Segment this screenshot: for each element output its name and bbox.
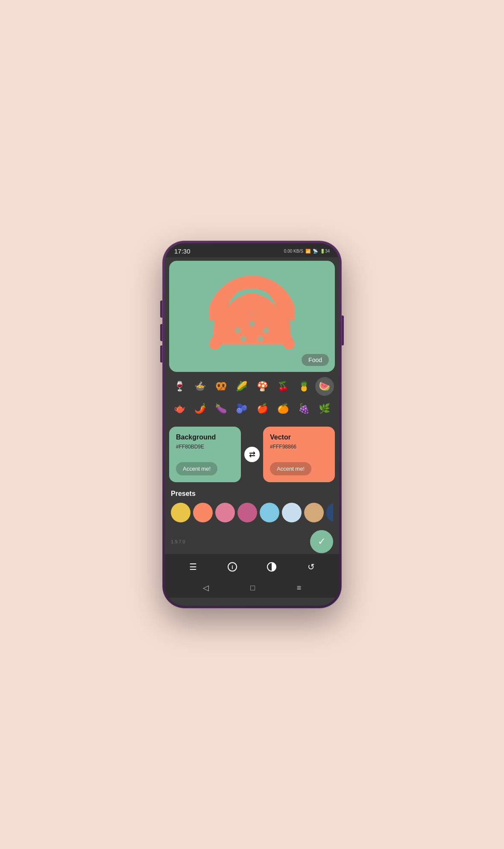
undo-button[interactable]: ↺: [302, 558, 319, 575]
vector-accent-button[interactable]: Accent me!: [270, 462, 311, 475]
presets-section: Presets: [165, 486, 339, 528]
svg-point-5: [235, 327, 241, 333]
main-content: Food 🍷 🍲 🥨 🌽 🍄 🍒 🍍 🍉 🫖 🌶️ 🍆: [165, 257, 339, 606]
theme-icon: [267, 562, 276, 572]
icon-pot[interactable]: 🍲: [191, 377, 210, 396]
svg-text:i: i: [231, 564, 233, 570]
info-button[interactable]: i: [224, 558, 241, 575]
color-section: Background #FF80BD9E Accent me! ⇄ Vector…: [165, 423, 339, 486]
icon-pineapple[interactable]: 🍍: [294, 377, 313, 396]
wifi-icon: 📶: [305, 249, 311, 254]
icon-mushroom[interactable]: 🍄: [253, 377, 272, 396]
bottom-toolbar: ☰ i ↺: [165, 554, 339, 580]
checkmark-icon: ✓: [318, 536, 325, 547]
status-time: 17:30: [174, 248, 190, 255]
preset-tan[interactable]: [304, 503, 324, 522]
presets-title: Presets: [171, 490, 333, 498]
svg-point-6: [249, 321, 255, 327]
icon-tangerine[interactable]: 🍊: [274, 399, 293, 418]
icon-row-2: 🫖 🌶️ 🍆 🫐 🍎 🍊 🍇 🌿: [169, 398, 335, 420]
recents-nav-icon[interactable]: ≡: [297, 584, 302, 593]
vector-color-card[interactable]: Vector #FFF98866 Accent me!: [263, 427, 335, 482]
confirm-fab[interactable]: ✓: [310, 530, 333, 553]
icon-row-1: 🍷 🍲 🥨 🌽 🍄 🍒 🍍 🍉: [169, 375, 335, 398]
icon-apple[interactable]: 🍎: [253, 399, 272, 418]
phone-screen: 17:30 0.00 KB/S 📶 📡 🔋34: [165, 243, 339, 606]
menu-button[interactable]: ☰: [185, 558, 202, 575]
icon-eggplant[interactable]: 🍆: [211, 399, 230, 418]
presets-row: [171, 503, 333, 524]
svg-point-8: [240, 336, 246, 342]
preset-pink[interactable]: [215, 503, 235, 522]
phone-frame: 17:30 0.00 KB/S 📶 📡 🔋34: [162, 241, 342, 608]
battery-icon: 🔋34: [320, 249, 330, 254]
icon-corn[interactable]: 🌽: [232, 377, 251, 396]
icon-grapes[interactable]: 🍇: [294, 399, 313, 418]
icon-cherries[interactable]: 🍒: [274, 377, 293, 396]
preview-area: Food: [169, 261, 335, 372]
svg-point-9: [258, 336, 264, 342]
status-icons: 0.00 KB/S 📶 📡 🔋34: [284, 249, 330, 254]
preset-lightblue[interactable]: [260, 503, 279, 522]
icon-grid: 🍷 🍲 🥨 🌽 🍄 🍒 🍍 🍉 🫖 🌶️ 🍆 🫐 🍎 🍊: [165, 372, 339, 423]
vector-title: Vector: [270, 433, 328, 441]
swap-button[interactable]: ⇄: [244, 447, 260, 462]
preset-yellow[interactable]: [171, 503, 190, 522]
back-nav-icon[interactable]: ◁: [203, 583, 209, 593]
home-nav-icon[interactable]: □: [250, 584, 255, 593]
background-title: Background: [176, 433, 234, 441]
status-bar: 17:30 0.00 KB/S 📶 📡 🔋34: [165, 243, 339, 257]
watermelon-main: [207, 271, 297, 361]
preset-orange[interactable]: [193, 503, 213, 522]
icon-watermelon-selected[interactable]: 🍉: [315, 377, 334, 396]
background-hex: #FF80BD9E: [176, 444, 234, 450]
preset-paleblue[interactable]: [282, 503, 302, 522]
version-text: 1.9.7.0: [171, 539, 185, 544]
network-speed: 0.00 KB/S: [284, 249, 303, 254]
food-badge[interactable]: Food: [302, 354, 329, 366]
icon-fig[interactable]: 🫐: [232, 399, 251, 418]
icon-chili[interactable]: 🌶️: [191, 399, 210, 418]
nav-bar: ◁ □ ≡: [165, 580, 339, 598]
background-accent-button[interactable]: Accent me!: [176, 462, 217, 475]
theme-button[interactable]: [263, 558, 280, 575]
vector-hex: #FFF98866: [270, 444, 328, 450]
icon-pretzel[interactable]: 🥨: [211, 377, 230, 396]
background-color-card[interactable]: Background #FF80BD9E Accent me!: [169, 427, 241, 482]
icon-teapot[interactable]: 🫖: [170, 399, 189, 418]
icon-beet[interactable]: 🌿: [315, 399, 334, 418]
preset-magenta[interactable]: [237, 503, 257, 522]
svg-point-7: [263, 327, 269, 333]
signal-icon: 📡: [313, 249, 318, 254]
swap-icon: ⇄: [249, 450, 255, 459]
icon-wine-glass[interactable]: 🍷: [170, 377, 189, 396]
version-row: 1.9.7.0 ✓: [165, 528, 339, 554]
preset-navy[interactable]: [326, 503, 333, 522]
info-icon: i: [228, 562, 237, 572]
